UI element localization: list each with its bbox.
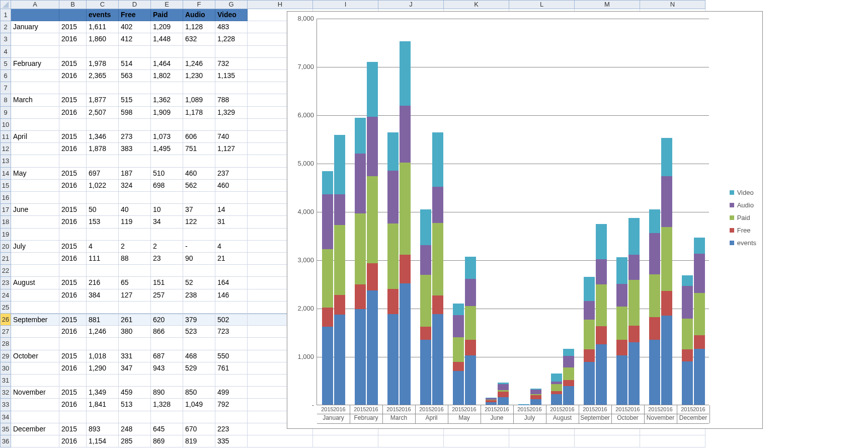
row-header-33[interactable]: 33 xyxy=(0,399,11,411)
row-header-26[interactable]: 26 xyxy=(0,314,11,326)
cell-F25[interactable] xyxy=(183,302,215,314)
cell-C16[interactable] xyxy=(87,192,119,204)
row-header-24[interactable]: 24 xyxy=(0,289,11,302)
column-header-A[interactable]: A xyxy=(11,0,59,9)
cell-A26[interactable]: September xyxy=(11,314,59,326)
cell-E9[interactable]: 1,909 xyxy=(151,107,183,119)
cell-F9[interactable]: 1,178 xyxy=(183,107,215,119)
cell-D28[interactable] xyxy=(119,338,151,350)
cell-G17[interactable]: 14 xyxy=(215,204,248,216)
cell-E32[interactable]: 890 xyxy=(151,387,183,399)
cell-A7[interactable] xyxy=(11,82,59,94)
cell-A17[interactable]: June xyxy=(11,204,59,216)
select-all-corner[interactable] xyxy=(0,0,11,9)
cell-A28[interactable] xyxy=(11,338,59,350)
cell-D3[interactable]: 412 xyxy=(119,33,151,45)
row-header-34[interactable]: 34 xyxy=(0,411,11,423)
cell-F17[interactable]: 37 xyxy=(183,204,215,216)
cell-D29[interactable]: 331 xyxy=(119,350,151,362)
cell-D31[interactable] xyxy=(119,375,151,387)
cell-E16[interactable] xyxy=(151,192,183,204)
cell-D2[interactable]: 402 xyxy=(119,21,151,33)
cell-G15[interactable]: 460 xyxy=(215,180,248,192)
cell-F8[interactable]: 1,089 xyxy=(183,94,215,106)
cell-B18[interactable]: 2016 xyxy=(59,216,87,228)
cell-B24[interactable]: 2016 xyxy=(59,289,87,302)
column-header-K[interactable]: K xyxy=(444,0,509,9)
cell-C29[interactable]: 1,018 xyxy=(87,350,119,362)
cell-A4[interactable] xyxy=(11,46,59,58)
cell-D25[interactable] xyxy=(119,302,151,314)
cell-C18[interactable]: 153 xyxy=(87,216,119,228)
row-header-28[interactable]: 28 xyxy=(0,338,11,350)
cell-G2[interactable]: 483 xyxy=(215,21,248,33)
cell-B26[interactable]: 2015 xyxy=(59,314,87,326)
cell-B9[interactable]: 2016 xyxy=(59,107,87,119)
cell-B7[interactable] xyxy=(59,82,87,94)
cell-B34[interactable] xyxy=(59,411,87,423)
cell-F34[interactable] xyxy=(183,411,215,423)
cell-A29[interactable]: October xyxy=(11,350,59,362)
cell-F16[interactable] xyxy=(183,192,215,204)
cell-G35[interactable]: 223 xyxy=(215,423,248,435)
cell-F36[interactable]: 819 xyxy=(183,435,215,447)
cell-C13[interactable] xyxy=(87,155,119,167)
cell-D20[interactable]: 2 xyxy=(119,241,151,253)
cell-A34[interactable] xyxy=(11,411,59,423)
cell-F21[interactable]: 90 xyxy=(183,253,215,265)
cell-E17[interactable]: 10 xyxy=(151,204,183,216)
cell-F13[interactable] xyxy=(183,155,215,167)
cell-A25[interactable] xyxy=(11,302,59,314)
cell-D15[interactable]: 324 xyxy=(119,180,151,192)
cell-A6[interactable] xyxy=(11,70,59,82)
cell-C6[interactable]: 2,365 xyxy=(87,70,119,82)
cell-E24[interactable]: 257 xyxy=(151,289,183,302)
cell-E12[interactable]: 1,495 xyxy=(151,143,183,155)
row-header-12[interactable]: 12 xyxy=(0,143,11,155)
cell-B19[interactable] xyxy=(59,229,87,241)
cell-H36[interactable] xyxy=(248,435,313,447)
cell-F10[interactable] xyxy=(183,119,215,131)
cell-A3[interactable] xyxy=(11,33,59,45)
cell-F5[interactable]: 1,246 xyxy=(183,58,215,70)
cell-I36[interactable] xyxy=(313,435,378,447)
row-header-7[interactable]: 7 xyxy=(0,82,11,94)
row-header-6[interactable]: 6 xyxy=(0,70,11,82)
row-header-21[interactable]: 21 xyxy=(0,253,11,265)
cell-E5[interactable]: 1,464 xyxy=(151,58,183,70)
cell-D7[interactable] xyxy=(119,82,151,94)
row-header-29[interactable]: 29 xyxy=(0,350,11,362)
cell-E25[interactable] xyxy=(151,302,183,314)
cell-G31[interactable] xyxy=(215,375,248,387)
cell-C27[interactable]: 1,246 xyxy=(87,326,119,338)
cell-G5[interactable]: 732 xyxy=(215,58,248,70)
cell-C24[interactable]: 384 xyxy=(87,289,119,302)
cell-E19[interactable] xyxy=(151,229,183,241)
cell-B32[interactable]: 2015 xyxy=(59,387,87,399)
cell-A19[interactable] xyxy=(11,229,59,241)
column-header-F[interactable]: F xyxy=(183,0,215,9)
cell-A27[interactable] xyxy=(11,326,59,338)
cell-C34[interactable] xyxy=(87,411,119,423)
cell-D32[interactable]: 459 xyxy=(119,387,151,399)
cell-E18[interactable]: 34 xyxy=(151,216,183,228)
cell-A15[interactable] xyxy=(11,180,59,192)
column-header-C[interactable]: C xyxy=(87,0,119,9)
cell-F28[interactable] xyxy=(183,338,215,350)
cell-B1[interactable] xyxy=(59,9,87,21)
cell-E36[interactable]: 869 xyxy=(151,435,183,447)
cell-B15[interactable]: 2016 xyxy=(59,180,87,192)
row-header-9[interactable]: 9 xyxy=(0,107,11,119)
cell-E28[interactable] xyxy=(151,338,183,350)
cell-D21[interactable]: 88 xyxy=(119,253,151,265)
cell-A9[interactable] xyxy=(11,107,59,119)
cell-A21[interactable] xyxy=(11,253,59,265)
cell-F18[interactable]: 122 xyxy=(183,216,215,228)
cell-F24[interactable]: 238 xyxy=(183,289,215,302)
cell-A14[interactable]: May xyxy=(11,168,59,180)
cell-E14[interactable]: 510 xyxy=(151,168,183,180)
row-header-20[interactable]: 20 xyxy=(0,241,11,253)
cell-F3[interactable]: 632 xyxy=(183,33,215,45)
cell-E13[interactable] xyxy=(151,155,183,167)
cell-B11[interactable]: 2015 xyxy=(59,131,87,143)
